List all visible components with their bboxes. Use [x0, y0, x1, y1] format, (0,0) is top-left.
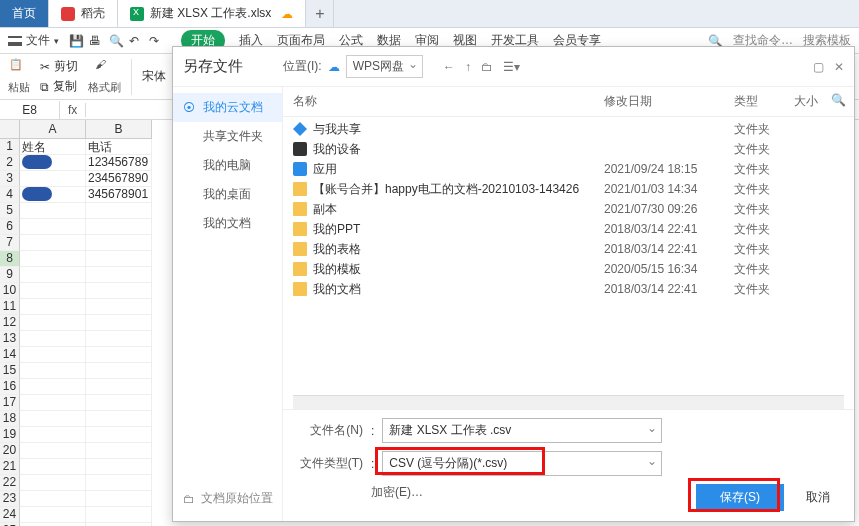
encrypt-link[interactable]: 加密(E)… — [371, 484, 423, 501]
row-header[interactable]: 7 — [0, 235, 20, 251]
row-header[interactable]: 3 — [0, 171, 20, 187]
row-header[interactable]: 23 — [0, 491, 20, 507]
row-header[interactable]: 17 — [0, 395, 20, 411]
location-select[interactable]: WPS网盘 — [346, 55, 423, 78]
back-icon[interactable]: ← — [443, 60, 455, 74]
file-row[interactable]: 【账号合并】happy电工的文档-20210103-1434262021/01/… — [293, 179, 844, 199]
row-header[interactable]: 13 — [0, 331, 20, 347]
cell[interactable]: 123456789 — [86, 155, 152, 171]
cell[interactable] — [86, 331, 152, 347]
row-header[interactable]: 4 — [0, 187, 20, 203]
cell[interactable] — [20, 443, 86, 459]
row-header[interactable]: 24 — [0, 507, 20, 523]
print-icon[interactable]: 🖶 — [89, 34, 103, 48]
name-box[interactable]: E8 — [0, 101, 60, 119]
font-select[interactable]: 宋体 — [142, 68, 166, 85]
cell[interactable] — [86, 411, 152, 427]
original-location[interactable]: 🗀 文档原始位置 — [183, 490, 273, 507]
row-header[interactable]: 19 — [0, 427, 20, 443]
tab-zhike[interactable]: 稻壳 — [49, 0, 118, 27]
col-name[interactable]: 名称 — [293, 93, 604, 110]
cell[interactable] — [20, 315, 86, 331]
tab-new[interactable] — [306, 0, 334, 27]
cell[interactable] — [86, 427, 152, 443]
cell[interactable] — [86, 235, 152, 251]
row-header[interactable]: 15 — [0, 363, 20, 379]
row-header[interactable]: 5 — [0, 203, 20, 219]
cell[interactable] — [20, 379, 86, 395]
cell[interactable] — [20, 411, 86, 427]
tab-home[interactable]: 首页 — [0, 0, 49, 27]
file-row[interactable]: 我的模板2020/05/15 16:34文件夹 — [293, 259, 844, 279]
row-header[interactable]: 11 — [0, 299, 20, 315]
file-row[interactable]: 我的PPT2018/03/14 22:41文件夹 — [293, 219, 844, 239]
sidebar-item-pc[interactable]: 我的电脑 — [173, 151, 282, 180]
cell[interactable] — [20, 299, 86, 315]
sidebar-item-cloud[interactable]: ⦿我的云文档 — [173, 93, 282, 122]
row-header[interactable]: 20 — [0, 443, 20, 459]
window-restore-icon[interactable]: ▢ — [813, 60, 824, 74]
cell[interactable] — [86, 203, 152, 219]
row-header[interactable]: 8 — [0, 251, 20, 267]
cell[interactable] — [20, 395, 86, 411]
cell[interactable] — [20, 155, 86, 171]
cell[interactable] — [86, 443, 152, 459]
cell[interactable]: 电话 — [86, 139, 152, 155]
cell[interactable]: 345678901 — [86, 187, 152, 203]
redo-icon[interactable]: ↷ — [149, 34, 163, 48]
row-header[interactable]: 14 — [0, 347, 20, 363]
undo-icon[interactable]: ↶ — [129, 34, 143, 48]
cell[interactable] — [86, 395, 152, 411]
fx-button[interactable]: fx — [60, 103, 86, 117]
cell[interactable] — [86, 347, 152, 363]
row-header[interactable]: 21 — [0, 459, 20, 475]
row-header[interactable]: 16 — [0, 379, 20, 395]
paste-group[interactable]: 📋 粘贴 — [8, 58, 30, 95]
filename-field[interactable]: 新建 XLSX 工作表 .csv — [382, 418, 662, 443]
select-all-corner[interactable] — [0, 120, 20, 138]
col-b[interactable]: B — [86, 120, 152, 138]
cell[interactable] — [86, 379, 152, 395]
col-date[interactable]: 修改日期 — [604, 93, 734, 110]
cell[interactable] — [20, 283, 86, 299]
file-row[interactable]: 我的表格2018/03/14 22:41文件夹 — [293, 239, 844, 259]
cell[interactable] — [20, 347, 86, 363]
col-type[interactable]: 类型 — [734, 93, 794, 110]
row-header[interactable]: 22 — [0, 475, 20, 491]
row-header[interactable]: 1 — [0, 139, 20, 155]
cancel-button[interactable]: 取消 — [798, 484, 838, 511]
cell[interactable] — [20, 459, 86, 475]
up-icon[interactable]: ↑ — [465, 60, 471, 74]
cell[interactable] — [86, 507, 152, 523]
sidebar-item-share[interactable]: 共享文件夹 — [173, 122, 282, 151]
file-row[interactable]: 我的设备文件夹 — [293, 139, 844, 159]
cell[interactable] — [86, 363, 152, 379]
row-header[interactable]: 10 — [0, 283, 20, 299]
row-header[interactable]: 18 — [0, 411, 20, 427]
cell[interactable] — [86, 299, 152, 315]
cell[interactable] — [86, 219, 152, 235]
row-header[interactable]: 2 — [0, 155, 20, 171]
view-mode-icon[interactable]: ☰▾ — [503, 60, 520, 74]
cell[interactable] — [86, 475, 152, 491]
row-header[interactable]: 9 — [0, 267, 20, 283]
horizontal-scrollbar[interactable] — [293, 395, 844, 409]
search-files-icon[interactable]: 🔍 — [831, 93, 846, 107]
cell[interactable] — [20, 171, 86, 187]
cell[interactable] — [86, 283, 152, 299]
cell[interactable] — [86, 267, 152, 283]
file-menu[interactable]: 文件▾ — [8, 32, 59, 49]
cell[interactable] — [20, 267, 86, 283]
file-row[interactable]: 我的文档2018/03/14 22:41文件夹 — [293, 279, 844, 299]
row-header[interactable]: 12 — [0, 315, 20, 331]
new-folder-icon[interactable]: 🗀 — [481, 60, 493, 74]
col-a[interactable]: A — [20, 120, 86, 138]
cell[interactable] — [86, 315, 152, 331]
cell[interactable] — [20, 491, 86, 507]
cell[interactable] — [86, 491, 152, 507]
cell[interactable] — [20, 427, 86, 443]
cell[interactable] — [20, 235, 86, 251]
sidebar-item-desk[interactable]: 我的桌面 — [173, 180, 282, 209]
copy-button[interactable]: ⧉复制 — [40, 78, 78, 95]
save-icon[interactable]: 💾 — [69, 34, 83, 48]
